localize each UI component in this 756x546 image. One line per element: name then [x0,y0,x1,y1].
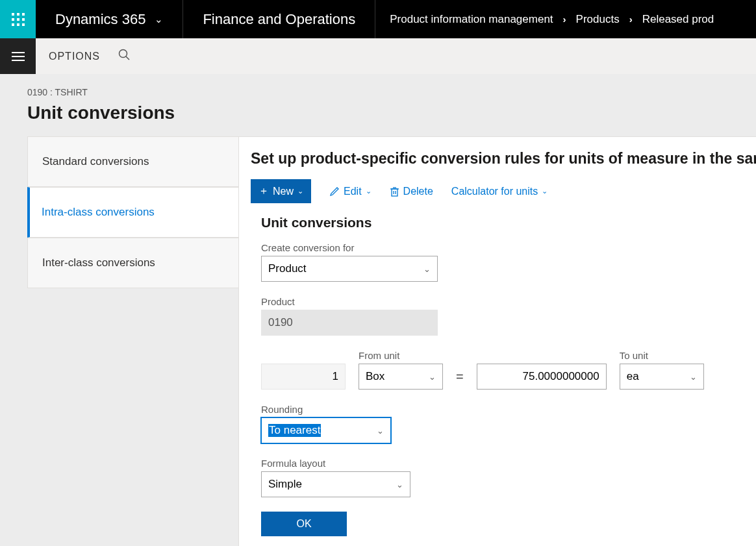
factor-label [477,350,607,361]
svg-rect-8 [22,23,25,26]
factor-field[interactable] [477,364,607,390]
main-area: 0190 : TSHIRT Unit conversions Standard … [0,74,756,546]
from-unit-select[interactable]: Box ⌄ [359,364,443,390]
module-name: Finance and Operations [183,0,375,38]
options-menu[interactable]: OPTIONS [49,51,100,62]
equals-symbol: = [456,369,464,390]
chevron-down-icon: ⌄ [542,187,548,195]
svg-rect-2 [22,13,25,16]
svg-point-12 [120,50,127,58]
rounding-value: To nearest [268,424,321,437]
chevron-down-icon: ⌄ [396,480,403,490]
breadcrumb-item[interactable]: Released prod [642,13,714,26]
top-nav: Dynamics 365 ⌄ Finance and Operations Pr… [0,0,756,38]
product-value: 0190 [268,316,293,329]
tab-inter-class-conversions[interactable]: Inter-class conversions [27,238,238,288]
svg-rect-7 [17,23,19,26]
product-label: Product [261,296,756,307]
create-for-value: Product [268,262,307,275]
chevron-right-icon: › [629,14,633,25]
edit-button[interactable]: Edit ⌄ [329,186,372,197]
pencil-icon [329,186,340,197]
chevron-down-icon: ⌄ [377,426,384,436]
svg-line-13 [126,56,129,60]
action-bar-row: OPTIONS [0,38,756,74]
plus-icon: ＋ [258,184,269,198]
svg-rect-4 [17,18,19,21]
chevron-down-icon: ⌄ [423,264,431,274]
chevron-down-icon: ⌄ [429,372,436,382]
search-button[interactable] [118,49,130,64]
chevron-down-icon: ⌄ [690,372,697,382]
svg-rect-5 [22,18,25,21]
detail-panel: Set up product-specific conversion rules… [238,136,756,546]
breadcrumb: Product information management › Product… [375,0,728,38]
ok-button[interactable]: OK [261,512,347,536]
content-area: 0190 : TSHIRT Unit conversions Standard … [0,74,756,546]
action-bar: OPTIONS [36,38,143,74]
calculator-label: Calculator for units [451,186,538,197]
trash-icon [390,186,399,197]
factor-input[interactable] [484,364,599,389]
svg-rect-6 [12,23,14,26]
chevron-down-icon: ⌄ [155,14,163,25]
form-title: Unit conversions [261,215,756,230]
rounding-label: Rounding [261,404,756,415]
waffle-icon [12,13,25,26]
page-title: Unit conversions [0,103,756,136]
chevron-right-icon: › [563,14,566,25]
context-line: 0190 : TSHIRT [0,87,756,103]
conversion-form: Create conversion for Product ⌄ Product … [251,242,756,536]
svg-rect-1 [17,13,19,16]
calculator-button[interactable]: Calculator for units ⌄ [451,186,548,197]
ok-label: OK [296,518,311,529]
breadcrumb-item[interactable]: Products [576,13,620,26]
formula-layout-select[interactable]: Simple ⌄ [261,471,410,497]
waffle-button[interactable] [0,0,36,38]
work-area: Standard conversions Intra-class convers… [0,136,756,546]
app-switcher[interactable]: Dynamics 365 ⌄ [36,0,183,38]
from-unit-label: From unit [359,350,443,361]
svg-rect-0 [12,13,14,16]
qty-label [261,350,346,361]
new-button-label: New [273,186,294,197]
svg-rect-14 [392,189,397,196]
breadcrumb-item[interactable]: Product information management [390,13,553,26]
create-for-label: Create conversion for [261,242,756,253]
create-for-select[interactable]: Product ⌄ [261,256,438,282]
chevron-down-icon: ⌄ [297,187,303,195]
formula-layout-label: Formula layout [261,458,756,469]
formula-layout-value: Simple [268,478,302,491]
edit-label: Edit [344,186,362,197]
quantity-field[interactable] [261,364,346,390]
to-unit-label: To unit [620,350,704,361]
search-icon [118,49,130,60]
hamburger-button[interactable] [0,38,36,74]
hamburger-icon [12,52,25,61]
panel-toolbar: ＋ New ⌄ Edit ⌄ [251,179,756,203]
to-unit-value: ea [627,370,639,383]
tab-standard-conversions[interactable]: Standard conversions [27,136,238,187]
tab-intra-class-conversions[interactable]: Intra-class conversions [27,187,238,238]
new-button[interactable]: ＋ New ⌄ [251,179,311,203]
delete-button[interactable]: Delete [390,186,433,197]
chevron-down-icon: ⌄ [366,187,372,195]
module-label: Finance and Operations [203,11,355,28]
panel-heading: Set up product-specific conversion rules… [251,150,756,168]
quantity-input[interactable] [268,364,338,389]
product-field: 0190 [261,310,438,336]
rounding-select[interactable]: To nearest ⌄ [261,417,391,443]
delete-label: Delete [403,186,433,197]
to-unit-select[interactable]: ea ⌄ [620,364,704,390]
from-unit-value: Box [366,370,384,383]
app-name-label: Dynamics 365 [55,11,145,28]
vertical-tabs: Standard conversions Intra-class convers… [27,136,238,546]
svg-rect-3 [12,18,14,21]
